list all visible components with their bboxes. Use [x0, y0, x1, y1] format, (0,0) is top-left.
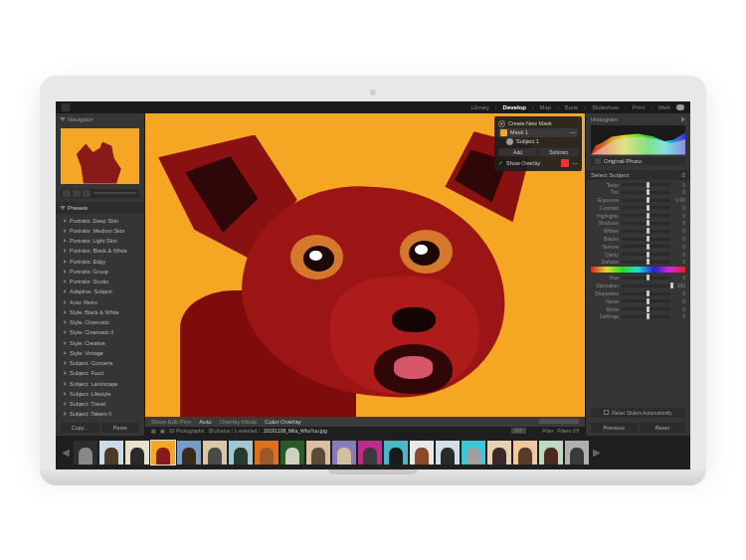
navigator-preview[interactable] — [61, 128, 139, 184]
overlay-color-swatch[interactable] — [561, 159, 569, 167]
module-library[interactable]: Library — [471, 104, 489, 110]
cloud-sync-icon[interactable] — [676, 104, 684, 110]
slider-moire[interactable]: Moire0 — [591, 306, 685, 312]
filmstrip-thumb[interactable] — [513, 441, 537, 465]
slider-whites[interactable]: Whites0 — [591, 228, 685, 234]
slider-dehaze[interactable]: Dehaze0 — [591, 259, 685, 265]
filmstrip-thumb[interactable] — [565, 441, 589, 465]
image-canvas[interactable]: + Create New Mask Mask 1 ⋯ Subject 1 — [145, 113, 585, 417]
done-button[interactable] — [539, 419, 579, 424]
paste-button[interactable]: Paste — [101, 423, 140, 433]
preset-item[interactable]: Subject: Food — [56, 368, 144, 378]
app-logo[interactable] — [62, 103, 70, 111]
slider-sharpness[interactable]: Sharpness0 — [591, 290, 685, 296]
preset-item[interactable]: Portraits: Deep Skin — [56, 216, 144, 226]
reset-auto-toggle[interactable]: Reset Sliders Automatically — [591, 408, 685, 418]
slider-tint[interactable]: Tint0 — [591, 189, 685, 195]
grid-icon[interactable]: ▦ — [151, 428, 156, 434]
compare-icon[interactable]: ▣ — [160, 428, 165, 434]
filmstrip-thumb[interactable] — [358, 441, 382, 465]
filmstrip-thumb[interactable] — [255, 441, 279, 465]
original-photo-row[interactable]: Original Photo — [591, 157, 685, 165]
preset-item[interactable]: Style: Cinematic II — [56, 327, 144, 337]
slider-saturation[interactable]: Saturation100 — [591, 282, 685, 288]
mask-item[interactable]: Mask 1 ⋯ — [498, 128, 578, 137]
filmstrip-thumb[interactable] — [462, 441, 485, 465]
slider-texture[interactable]: Texture0 — [591, 244, 685, 250]
filmstrip-thumb[interactable] — [177, 441, 201, 465]
filmstrip-thumb[interactable] — [436, 441, 460, 465]
preset-item[interactable]: Subject: Takers II — [56, 409, 144, 419]
slider-exposure[interactable]: Exposure0.00 — [591, 197, 685, 203]
filmstrip-next[interactable]: ▶ — [591, 447, 603, 458]
fit-badge[interactable]: FIT — [511, 428, 527, 434]
mask-component[interactable]: Subject 1 — [498, 137, 578, 146]
filmstrip-thumb[interactable] — [410, 441, 434, 465]
filmstrip-thumb[interactable] — [280, 441, 304, 465]
preset-item[interactable]: Portraits: Edgy — [56, 257, 144, 267]
slider-shadows[interactable]: Shadows0 — [591, 220, 685, 226]
preset-item[interactable]: Portraits: Black & White — [56, 246, 144, 256]
copy-button[interactable]: Copy... — [61, 423, 99, 433]
filmstrip-thumb[interactable] — [74, 441, 97, 465]
preset-item[interactable]: Style: Black & White — [56, 307, 144, 317]
preset-item[interactable]: Style: Creative — [56, 338, 144, 348]
filmstrip-prev[interactable]: ◀ — [60, 447, 72, 458]
filmstrip-thumb[interactable] — [384, 441, 408, 465]
navigator-zoom[interactable] — [61, 189, 139, 198]
slider-defringe[interactable]: Defringe0 — [591, 313, 685, 319]
filmstrip-thumb[interactable] — [203, 441, 227, 465]
preset-item[interactable]: Portraits: Studio — [56, 277, 144, 286]
filters-off-label[interactable]: Filters Off — [557, 428, 579, 434]
auto-label[interactable]: Auto — [199, 419, 211, 425]
slider-noise[interactable]: Noise0 — [591, 298, 685, 304]
filmstrip-thumb[interactable] — [99, 441, 123, 465]
preset-item[interactable]: Subject: Landscape — [56, 379, 144, 389]
color-overlay-label[interactable]: Color Overlay — [265, 419, 301, 425]
module-map[interactable]: Map — [539, 104, 551, 110]
filmstrip-thumb[interactable] — [539, 441, 563, 465]
module-web[interactable]: Web — [658, 104, 670, 110]
create-mask-button[interactable]: + Create New Mask — [498, 119, 578, 128]
filmstrip-thumb[interactable] — [332, 441, 356, 465]
histogram[interactable] — [591, 125, 685, 155]
checkmark-icon[interactable]: ✓ — [498, 160, 503, 166]
previous-button[interactable]: Previous — [591, 423, 638, 433]
module-develop[interactable]: Develop — [503, 104, 526, 110]
module-book[interactable]: Book — [565, 104, 579, 110]
filmstrip-thumb[interactable] — [151, 441, 175, 465]
module-slideshow[interactable]: Slideshow — [592, 104, 619, 110]
histogram-header[interactable]: Histogram — [586, 113, 690, 125]
slider-clarity[interactable]: Clarity0 — [591, 252, 685, 258]
preset-item[interactable]: Portraits: Medium Skin — [56, 226, 144, 236]
presets-header[interactable]: Presets — [56, 202, 144, 214]
panel-section-header[interactable]: Select Subject ≡ — [586, 170, 690, 180]
preset-item[interactable]: Subject: Concerts — [56, 358, 144, 368]
mask-subtract-button[interactable]: Subtract — [539, 148, 578, 156]
kebab-icon[interactable]: ⋯ — [572, 160, 578, 166]
preset-item[interactable]: Portraits: Group — [56, 267, 144, 277]
kebab-icon[interactable]: ⋯ — [570, 129, 576, 135]
preset-item[interactable]: Auto: Retro — [56, 297, 144, 307]
preset-item[interactable]: Subject: Travel — [56, 399, 144, 409]
filmstrip-thumb[interactable] — [487, 441, 511, 465]
mask-add-button[interactable]: Add — [498, 148, 537, 156]
slider-temp[interactable]: Temp0 — [591, 182, 685, 188]
hue-spectrum[interactable] — [591, 267, 685, 273]
menu-icon[interactable]: ≡ — [681, 172, 685, 178]
reset-button[interactable]: Reset — [640, 423, 686, 433]
preset-item[interactable]: Adaptive: Subject — [56, 286, 144, 296]
slider-highlights[interactable]: Highlights0 — [591, 213, 685, 219]
preset-item[interactable]: Subject: Lifestyle — [56, 389, 144, 399]
slider-blacks[interactable]: Blacks0 — [591, 236, 685, 242]
slider-contrast[interactable]: Contrast0 — [591, 205, 685, 211]
preset-item[interactable]: Portraits: Light Skin — [56, 236, 144, 246]
preset-item[interactable]: Style: Cinematic — [56, 317, 144, 327]
preset-item[interactable]: Style: Vintage — [56, 348, 144, 358]
slider-hue[interactable]: Hue0 — [591, 275, 685, 280]
filmstrip-thumb[interactable] — [306, 441, 330, 465]
filmstrip-thumb[interactable] — [229, 441, 253, 465]
module-print[interactable]: Print — [633, 104, 645, 110]
navigator-header[interactable]: Navigator — [56, 113, 144, 125]
filmstrip-thumb[interactable] — [125, 441, 149, 465]
